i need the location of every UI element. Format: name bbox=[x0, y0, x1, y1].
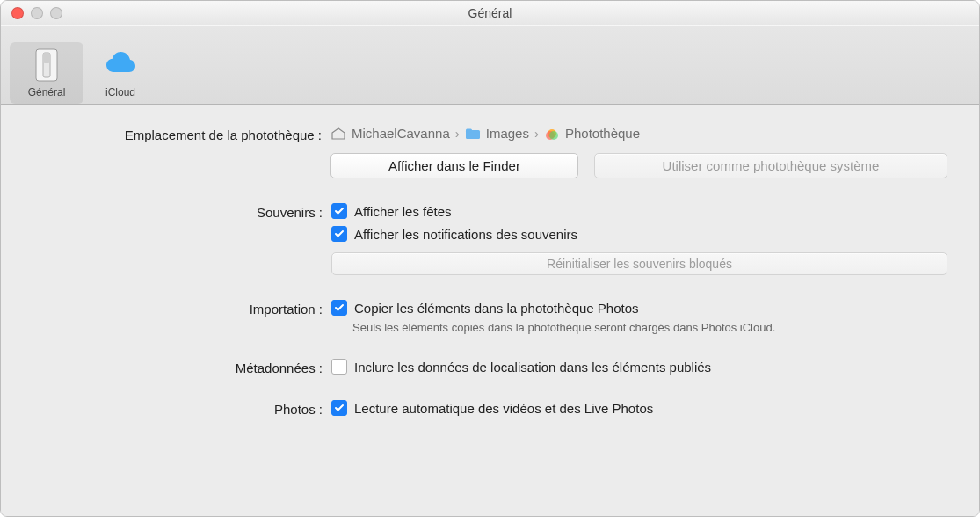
include-location-checkbox[interactable]: Inclure les données de localisation dans… bbox=[331, 359, 947, 375]
checkbox-label: Lecture automatique des vidéos et des Li… bbox=[354, 401, 653, 416]
checkbox-icon bbox=[331, 226, 347, 242]
preferences-content: Emplacement de la photothèque : MichaelC… bbox=[1, 105, 979, 516]
folder-icon bbox=[465, 127, 481, 140]
svg-point-7 bbox=[549, 131, 558, 140]
checkbox-label: Inclure les données de localisation dans… bbox=[354, 360, 711, 375]
breadcrumb-segment[interactable]: Images bbox=[486, 126, 529, 141]
use-as-system-library-button: Utiliser comme photothèque système bbox=[594, 153, 947, 178]
checkbox-label: Copier les éléments dans la photothèque … bbox=[354, 301, 639, 316]
importation-label: Importation : bbox=[33, 300, 331, 317]
toolbar-tab-general[interactable]: Général bbox=[10, 42, 83, 104]
checkbox-icon bbox=[331, 359, 347, 375]
show-memory-notifications-checkbox[interactable]: Afficher les notifications des souvenirs bbox=[331, 226, 947, 242]
minimize-window-button[interactable] bbox=[31, 7, 43, 19]
toolbar-tab-label: Général bbox=[28, 86, 66, 98]
show-in-finder-button[interactable]: Afficher dans le Finder bbox=[330, 153, 578, 178]
close-window-button[interactable] bbox=[11, 7, 24, 19]
copy-items-checkbox[interactable]: Copier les éléments dans la photothèque … bbox=[331, 300, 947, 316]
svg-rect-2 bbox=[43, 53, 50, 63]
checkbox-icon bbox=[331, 400, 347, 416]
photos-label: Photos : bbox=[33, 400, 331, 417]
icloud-icon bbox=[101, 46, 140, 84]
checkbox-icon bbox=[331, 203, 347, 219]
metadata-label: Métadonnées : bbox=[33, 359, 331, 375]
preferences-window: Général Général iCloud Emplacement bbox=[0, 0, 980, 517]
titlebar: Général bbox=[1, 1, 979, 26]
preferences-toolbar: Général iCloud bbox=[1, 26, 979, 105]
autoplay-checkbox[interactable]: Lecture automatique des vidéos et des Li… bbox=[331, 400, 947, 416]
checkbox-label: Afficher les notifications des souvenirs bbox=[354, 227, 577, 242]
library-location-label: Emplacement de la photothèque : bbox=[33, 126, 330, 142]
toolbar-tab-label: iCloud bbox=[105, 86, 135, 98]
souvenirs-label: Souvenirs : bbox=[33, 203, 331, 220]
show-holidays-checkbox[interactable]: Afficher les fêtes bbox=[331, 203, 947, 219]
photos-library-icon bbox=[544, 127, 560, 140]
svg-rect-4 bbox=[466, 128, 472, 132]
home-folder-icon bbox=[330, 127, 346, 140]
chevron-right-icon: › bbox=[455, 126, 460, 141]
window-controls bbox=[11, 7, 62, 19]
library-location-path: MichaelCavanna › Images › Photothèque bbox=[330, 126, 947, 141]
breadcrumb-segment[interactable]: Photothèque bbox=[565, 126, 640, 141]
checkbox-label: Afficher les fêtes bbox=[354, 204, 452, 219]
copy-items-helper-text: Seuls les éléments copiés dans la photot… bbox=[352, 321, 947, 334]
reset-blocked-memories-button: Réinitialiser les souvenirs bloqués bbox=[331, 252, 947, 275]
window-title: Général bbox=[468, 6, 512, 20]
switch-icon bbox=[27, 46, 66, 84]
zoom-window-button[interactable] bbox=[50, 7, 62, 19]
checkbox-icon bbox=[331, 300, 347, 316]
breadcrumb-segment[interactable]: MichaelCavanna bbox=[352, 126, 450, 141]
toolbar-tab-icloud[interactable]: iCloud bbox=[83, 42, 157, 104]
chevron-right-icon: › bbox=[534, 126, 539, 141]
